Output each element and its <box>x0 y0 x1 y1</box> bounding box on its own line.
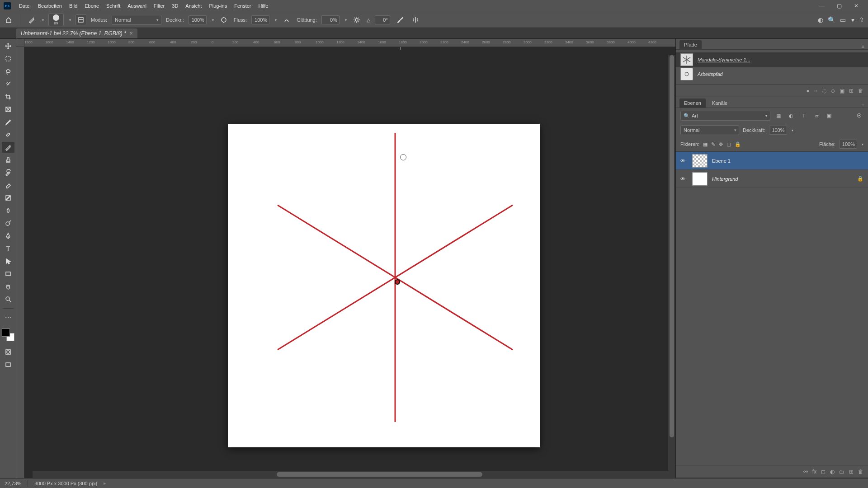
h-scroll-thumb[interactable] <box>277 472 482 477</box>
symmetry-button[interactable] <box>410 14 421 25</box>
fill-path-button[interactable]: ● <box>807 88 810 94</box>
visibility-toggle[interactable]: 👁 <box>680 158 688 164</box>
layer-thumbnail[interactable] <box>692 154 708 168</box>
artboard[interactable] <box>228 124 540 447</box>
opacity-input[interactable]: 100% <box>189 15 207 24</box>
delete-layer-button[interactable]: 🗑 <box>858 469 863 475</box>
make-path-button[interactable]: ◇ <box>831 88 835 94</box>
screen-mode-button[interactable] <box>2 359 14 370</box>
horizontal-scrollbar[interactable] <box>33 471 675 478</box>
cloud-icon[interactable]: ◐ <box>818 16 823 23</box>
brush-tool[interactable] <box>2 142 14 153</box>
smoothing-options-button[interactable] <box>351 14 362 25</box>
layer-fill-input[interactable]: 100% <box>839 140 857 149</box>
color-swatches[interactable] <box>2 328 14 341</box>
layer-mask-button[interactable]: ◻ <box>821 469 826 475</box>
menu-hilfe[interactable]: Hilfe <box>255 1 272 10</box>
lock-transparent-button[interactable]: ▦ <box>703 141 708 147</box>
document-info[interactable]: 3000 Px x 3000 Px (300 ppi) <box>34 481 97 486</box>
menu-fenster[interactable]: Fenster <box>231 1 255 10</box>
brush-dropdown[interactable]: ▾ <box>69 18 71 22</box>
paths-tab[interactable]: Pfade <box>679 40 702 49</box>
ruler-corner[interactable] <box>16 39 24 47</box>
flow-input[interactable]: 100% <box>251 15 269 24</box>
layer-name-ebene1[interactable]: Ebene 1 <box>712 158 731 164</box>
layer-fx-button[interactable]: fx <box>812 469 816 475</box>
wand-tool[interactable] <box>2 79 14 89</box>
horizontal-ruler[interactable]: 1800160014001200100080060040020002004006… <box>24 39 675 47</box>
layer-hintergrund[interactable]: 👁 Hintergrund 🔒 <box>676 170 868 188</box>
layer-group-button[interactable]: 🗀 <box>839 469 844 475</box>
smoothing-input[interactable]: 0% <box>321 15 340 24</box>
mask-path-button[interactable]: ▣ <box>840 88 844 94</box>
dodge-tool[interactable] <box>2 218 14 229</box>
menu-filter[interactable]: Filter <box>150 1 168 10</box>
pressure-opacity-toggle[interactable] <box>218 14 229 25</box>
lock-pixels-button[interactable]: ✎ <box>711 141 715 147</box>
menu-ansicht[interactable]: Ansicht <box>182 1 205 10</box>
path-item-arbeitspfad[interactable]: Arbeitspfad <box>676 67 868 81</box>
tool-preset-dropdown[interactable]: ▾ <box>42 18 44 22</box>
smoothing-dropdown[interactable]: ▾ <box>345 18 347 22</box>
visibility-toggle[interactable]: 👁 <box>680 176 688 182</box>
filter-shape-button[interactable]: ▱ <box>812 111 821 120</box>
v-scroll-thumb[interactable] <box>670 55 674 437</box>
gradient-tool[interactable] <box>2 192 14 203</box>
layer-filter-select[interactable]: 🔍 Art ▾ <box>680 111 770 121</box>
eyedropper-tool[interactable] <box>2 117 14 127</box>
frame-tool[interactable] <box>2 104 14 115</box>
document-tab-close[interactable]: × <box>130 30 133 37</box>
current-tool-icon[interactable] <box>27 15 37 25</box>
stamp-tool[interactable] <box>2 155 14 165</box>
menu-ebene[interactable]: Ebene <box>81 1 103 10</box>
vertical-ruler[interactable] <box>16 47 24 478</box>
panel-menu-icon[interactable]: ≡ <box>862 44 864 49</box>
vertical-scrollbar[interactable] <box>668 55 675 471</box>
menu-schrift[interactable]: Schrift <box>103 1 124 10</box>
delete-path-button[interactable]: 🗑 <box>858 88 863 94</box>
doc-info-dropdown[interactable]: ▸ <box>104 480 106 486</box>
lock-artboard-button[interactable]: ▢ <box>726 141 731 147</box>
menu-auswahl[interactable]: Auswahl <box>124 1 150 10</box>
pressure-size-toggle[interactable] <box>395 14 406 25</box>
close-button[interactable]: ✕ <box>848 1 864 10</box>
lock-position-button[interactable]: ✥ <box>719 141 723 147</box>
filter-toggle-button[interactable]: ⦿ <box>854 111 863 120</box>
filter-pixel-button[interactable]: ▦ <box>774 111 783 120</box>
lock-all-button[interactable]: 🔒 <box>735 141 741 147</box>
move-tool[interactable] <box>2 41 14 52</box>
blur-tool[interactable] <box>2 205 14 216</box>
healing-tool[interactable] <box>2 129 14 140</box>
layer-opacity-input[interactable]: 100% <box>769 126 787 135</box>
eraser-tool[interactable] <box>2 180 14 191</box>
marquee-tool[interactable] <box>2 53 14 64</box>
menu-bild[interactable]: Bild <box>66 1 81 10</box>
crop-tool[interactable] <box>2 91 14 102</box>
share-icon[interactable]: ⇪ <box>859 16 864 23</box>
lock-icon[interactable]: 🔒 <box>857 176 863 182</box>
zoom-level[interactable]: 22,73% <box>5 481 21 486</box>
viewport[interactable] <box>24 47 675 478</box>
adjustment-layer-button[interactable]: ◐ <box>830 469 835 475</box>
layer-fill-dropdown[interactable]: ▾ <box>862 142 863 146</box>
maximize-button[interactable]: ▢ <box>831 1 847 10</box>
menu-plugins[interactable]: Plug-ins <box>205 1 231 10</box>
channels-tab[interactable]: Kanäle <box>708 99 732 108</box>
history-brush-tool[interactable] <box>2 167 14 178</box>
menu-3d[interactable]: 3D <box>168 1 182 10</box>
type-tool[interactable] <box>2 243 14 254</box>
path-select-tool[interactable] <box>2 256 14 267</box>
layer-thumbnail[interactable] <box>692 172 708 186</box>
quick-mask-button[interactable] <box>2 347 14 357</box>
layer-opacity-dropdown[interactable]: ▾ <box>792 128 793 132</box>
lasso-tool[interactable] <box>2 66 14 77</box>
menu-datei[interactable]: Datei <box>15 1 34 10</box>
path-item-mandala[interactable]: Mandala-Symmetrie 1... <box>676 52 868 67</box>
brush-panel-toggle[interactable] <box>75 14 86 25</box>
layers-panel-menu-icon[interactable]: ≡ <box>862 102 864 108</box>
airbrush-toggle[interactable] <box>281 14 292 25</box>
home-button[interactable] <box>4 15 14 25</box>
workspace-icon[interactable]: ▭ <box>840 16 846 23</box>
blend-mode-select[interactable]: Normal <box>112 15 161 25</box>
document-tab[interactable]: Unbenannt-1 bei 22,7% (Ebene 1, RGB/8) *… <box>16 28 137 38</box>
